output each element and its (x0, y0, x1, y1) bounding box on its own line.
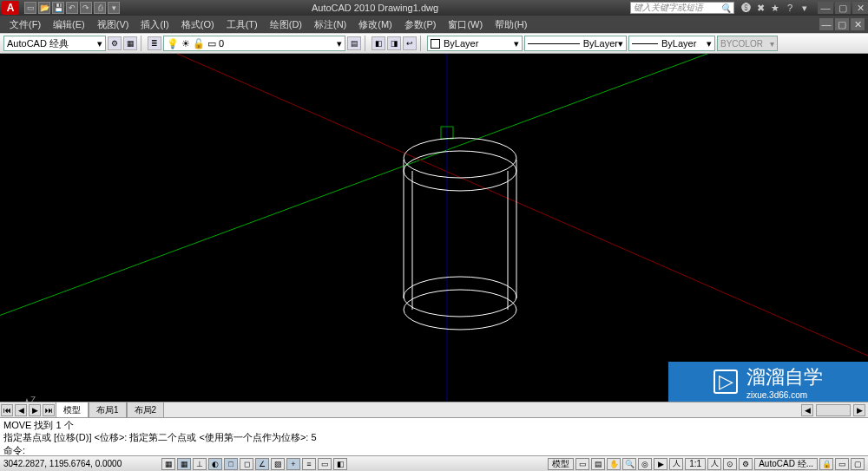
qat-more-icon[interactable]: ▾ (108, 2, 120, 14)
layer-props-icon[interactable]: ≣ (148, 36, 161, 50)
snap-button[interactable]: ▦ (161, 458, 175, 470)
workspace-dropdown[interactable]: AutoCAD 经典 ▾ (3, 36, 106, 51)
lock-icon: 🔓 (193, 38, 205, 49)
cmd-prompt: 命令: (3, 444, 865, 455)
svg-point-5 (404, 138, 516, 178)
close-button[interactable]: ✕ (852, 2, 868, 14)
bycolor-dropdown[interactable]: BYCOLOR ▾ (717, 36, 778, 51)
exchange-icon[interactable]: ✖ (754, 2, 766, 14)
menu-modify[interactable]: 修改(M) (352, 16, 398, 33)
layer-dropdown[interactable]: 💡 ☀ 🔓 ▭ 0 ▾ (163, 36, 345, 51)
watermark: ▷ 溜溜自学 zixue.3d66.com (668, 362, 868, 402)
annoauto-button[interactable]: 人 (707, 458, 721, 470)
save-icon[interactable]: 💾 (52, 2, 64, 14)
menu-tools[interactable]: 工具(T) (220, 16, 264, 33)
menu-view[interactable]: 视图(V) (91, 16, 135, 33)
menu-bar: 文件(F) 编辑(E) 视图(V) 插入(I) 格式(O) 工具(T) 绘图(D… (0, 16, 868, 33)
menu-parametric[interactable]: 参数(P) (398, 16, 443, 33)
layer-prev-icon[interactable]: ↩ (403, 36, 417, 50)
tab-prev-button[interactable]: ◀ (15, 404, 27, 416)
lwt-button[interactable]: ≡ (302, 458, 316, 470)
print-icon[interactable]: ⎙ (94, 2, 106, 14)
doc-maximize-button[interactable]: ▢ (835, 18, 849, 30)
subscription-icon[interactable]: 🅢 (740, 2, 752, 14)
print-layer-icon: ▭ (207, 38, 216, 49)
help-icon[interactable]: ? (784, 2, 796, 14)
doc-minimize-button[interactable]: — (819, 18, 833, 30)
3dosnap-button[interactable]: ◻ (240, 458, 253, 470)
tab-last-button[interactable]: ⏭ (43, 404, 55, 416)
nav-zoom-button[interactable]: 🔍 (622, 458, 636, 470)
tab-first-button[interactable]: ⏮ (1, 404, 13, 416)
command-line[interactable]: MOVE 找到 1 个 指定基点或 [位移(D)] <位移>: 指定第二个点或 … (0, 417, 868, 455)
otrack-button[interactable]: ∠ (255, 458, 269, 470)
maximize-button[interactable]: ▢ (835, 2, 851, 14)
layer-state-icon[interactable]: ◧ (372, 36, 385, 50)
qp-button[interactable]: ▭ (318, 458, 332, 470)
menu-window[interactable]: 窗口(W) (442, 16, 489, 33)
dropdown-icon[interactable]: ▾ (799, 2, 811, 14)
redo-icon[interactable]: ↷ (80, 2, 92, 14)
play-icon: ▷ (713, 370, 738, 394)
doc-close-button[interactable]: ✕ (851, 18, 865, 30)
ducs-button[interactable]: ▨ (271, 458, 285, 470)
annotation-scale[interactable]: 1:1 (685, 458, 706, 470)
menu-dimension[interactable]: 标注(N) (308, 16, 352, 33)
svg-point-4 (404, 151, 516, 191)
menu-edit[interactable]: 编辑(E) (47, 16, 91, 33)
tab-layout1[interactable]: 布局1 (89, 402, 127, 417)
osnap-button[interactable]: □ (224, 458, 238, 470)
cmd-history-line: 指定基点或 [位移(D)] <位移>: 指定第二个点或 <使用第一个点作为位移>… (3, 431, 865, 443)
hscroll-thumb[interactable] (816, 404, 851, 416)
hscroll-right-button[interactable]: ▶ (853, 404, 865, 416)
showmotion-button[interactable]: ▶ (654, 458, 667, 470)
workspace-settings-icon[interactable]: ⚙ (108, 36, 122, 50)
model-space-button[interactable]: 模型 (548, 458, 574, 470)
layer-tool-icon[interactable]: ▤ (347, 36, 361, 50)
nav-pan-button[interactable]: ✋ (607, 458, 621, 470)
star-icon[interactable]: ★ (769, 2, 781, 14)
ws-switch-icon[interactable]: ⚙ (739, 458, 753, 470)
drawing-area[interactable]: Z Y X ▷ 溜溜自学 zixue.3d66.com ⏮ ◀ ▶ ⏭ 模型 布… (0, 54, 868, 417)
tab-next-button[interactable]: ▶ (29, 404, 41, 416)
nav-wheel-button[interactable]: ◎ (638, 458, 652, 470)
quickview-button[interactable]: ▤ (591, 458, 605, 470)
annoscale-icon[interactable]: 人 (669, 458, 683, 470)
hscroll-left-button[interactable]: ◀ (801, 404, 813, 416)
svg-point-6 (404, 290, 516, 330)
lineweight-dropdown[interactable]: ByLayer ▾ (628, 36, 715, 51)
undo-icon[interactable]: ↶ (66, 2, 78, 14)
menu-file[interactable]: 文件(F) (3, 16, 47, 33)
clean-screen-button[interactable]: ▢ (851, 458, 865, 470)
sc-button[interactable]: ◧ (333, 458, 347, 470)
hardware-button[interactable]: ▭ (835, 458, 849, 470)
menu-format[interactable]: 格式(O) (175, 16, 220, 33)
new-icon[interactable]: ▭ (24, 2, 36, 14)
annovis-button[interactable]: ⊙ (723, 458, 737, 470)
window-title: AutoCAD 2010 Drawing1.dwg (120, 3, 630, 13)
open-icon[interactable]: 📂 (38, 2, 50, 14)
grid-button[interactable]: ▦ (177, 458, 191, 470)
tab-model[interactable]: 模型 (56, 402, 89, 417)
tab-layout2[interactable]: 布局2 (127, 402, 165, 417)
menu-help[interactable]: 帮助(H) (489, 16, 533, 33)
menu-insert[interactable]: 插入(I) (135, 16, 174, 33)
color-dropdown[interactable]: ByLayer ▾ (427, 36, 523, 51)
workspace-status[interactable]: AutoCAD 经... (754, 458, 818, 470)
app-logo[interactable]: A (2, 1, 19, 15)
minimize-button[interactable]: — (818, 2, 833, 14)
menu-draw[interactable]: 绘图(D) (264, 16, 308, 33)
dyn-button[interactable]: + (286, 458, 300, 470)
title-icons: 🅢 ✖ ★ ? ▾ (740, 2, 811, 14)
layer-iso-icon[interactable]: ◨ (387, 36, 401, 50)
coordinates[interactable]: 3042.2827, 1195.6764, 0.0000 (3, 459, 160, 468)
search-input[interactable]: 键入关键字或短语🔍 (630, 2, 734, 14)
title-bar: A ▭ 📂 💾 ↶ ↷ ⎙ ▾ AutoCAD 2010 Drawing1.dw… (0, 0, 868, 16)
toolbar-icon[interactable]: ▦ (123, 36, 137, 50)
polar-button[interactable]: ◐ (208, 458, 222, 470)
linetype-dropdown[interactable]: ByLayer ▾ (524, 36, 627, 51)
ortho-button[interactable]: ⊥ (193, 458, 207, 470)
lightbulb-icon: 💡 (167, 38, 179, 49)
lock-ui-button[interactable]: 🔒 (819, 458, 833, 470)
layout-quick-button[interactable]: ▭ (575, 458, 589, 470)
